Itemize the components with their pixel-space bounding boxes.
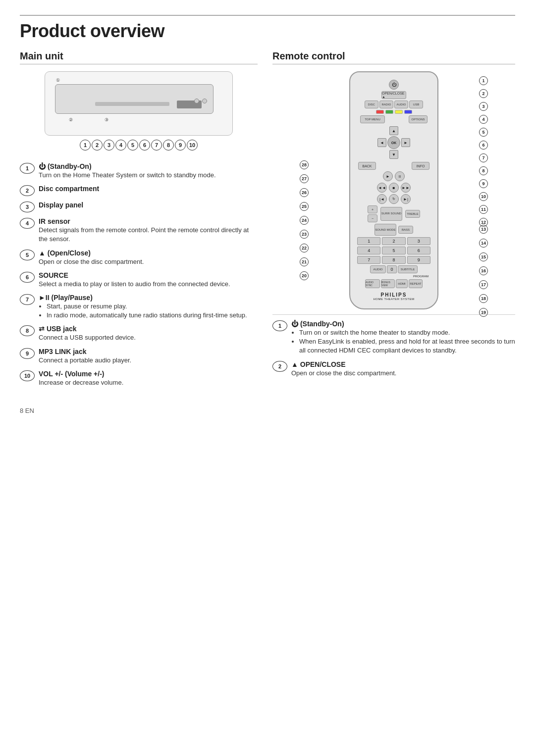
rc-item-desc-2: Open or close the disc compartment.	[291, 369, 515, 378]
unit-image-box: ① ② ③	[45, 71, 233, 136]
remote-open-btn: OPEN/CLOSE ▲	[381, 91, 406, 99]
right-column: Remote control ⏻ OPEN/CLOSE ▲ DISC RA	[272, 50, 515, 392]
side-label-13: 13	[479, 225, 488, 234]
remote-color-row	[354, 110, 433, 114]
remote-vol-col: + −	[368, 205, 377, 222]
item-label-7: ►II (Play/Pause)	[39, 294, 258, 302]
side-label-2: 2	[479, 89, 488, 98]
remote-green-btn	[385, 110, 393, 114]
remote-down-btn: ▼	[389, 150, 398, 159]
side-label-24: 24	[300, 216, 309, 225]
device-btn-2	[194, 99, 199, 103]
remote-repeat-btn: ↻	[389, 194, 399, 204]
remote-row-vol: + − SURR SOUND TREBLE	[354, 205, 433, 222]
remote-repeat-btn: REPEAT	[409, 279, 423, 288]
item-desc-9: Connect a portable audio player.	[39, 356, 258, 365]
remote-control-title: Remote control	[272, 50, 515, 64]
item-num-7: 7	[20, 294, 35, 305]
item-7: 7 ►II (Play/Pause) Start, pause or resum…	[20, 294, 258, 320]
rc-item-num-2: 2	[272, 361, 287, 372]
main-unit-diagram: ① ② ③ 1 2 3 4 5 6 7 8 9 10	[20, 71, 258, 151]
remote-num-1: 1	[357, 237, 380, 245]
remote-left-labels: 28 27 26 25 24 23 22 21 20	[300, 160, 309, 280]
item-content-9: MP3 LINK jack Connect a portable audio p…	[39, 348, 258, 365]
left-column: Main unit ① ② ③	[20, 50, 258, 392]
side-label-15: 15	[479, 252, 488, 261]
item-4: 4 IR sensor Detect signals from the remo…	[20, 217, 258, 244]
remote-bonus-btn: BONUS VIEW	[381, 279, 395, 288]
remote-num-0: 0	[387, 265, 397, 273]
remote-num-7: 7	[357, 256, 380, 264]
item-num-6: 6	[20, 272, 35, 283]
device-btn-1	[202, 99, 207, 103]
remote-num-4: 4	[357, 247, 380, 254]
item-label-4: IR sensor	[39, 217, 258, 225]
remote-options-btn: OPTIONS	[409, 115, 428, 123]
diagram-num-6: 6	[139, 140, 150, 151]
remote-brand-label: PHILIPS	[354, 292, 433, 298]
side-label-27: 27	[300, 174, 309, 183]
remote-skip-back-btn: |◄	[377, 194, 387, 204]
item-desc-8: Connect a USB supported device.	[39, 333, 258, 342]
remote-row-play: ► II	[354, 171, 433, 181]
item-content-8: ⇄ USB jack Connect a USB supported devic…	[39, 325, 258, 342]
remote-audio-btn: AUDIO	[394, 101, 408, 108]
diagram-num-5: 5	[127, 140, 138, 151]
remote-row-audio-sub: AUDIO 0 SUBTITLE	[354, 265, 433, 273]
remote-side-labels: 1 2 3 4 5 6 7 8 9 10 11 12	[479, 76, 488, 227]
item-label-9: MP3 LINK jack	[39, 348, 258, 355]
rc-item-2: 2 ▲ OPEN/CLOSE Open or close the disc co…	[272, 360, 515, 378]
device-annotation-3: ③	[105, 117, 108, 122]
side-label-28: 28	[300, 160, 309, 169]
remote-treble-btn: TREBLE	[405, 210, 420, 218]
main-unit-title: Main unit	[20, 50, 258, 64]
item-num-4: 4	[20, 218, 35, 229]
item-content-7: ►II (Play/Pause) Start, pause or resume …	[39, 294, 258, 320]
side-label-16: 16	[479, 266, 488, 275]
rc-item-content-2: ▲ OPEN/CLOSE Open or close the disc comp…	[291, 360, 515, 378]
diagram-num-7: 7	[151, 140, 162, 151]
side-label-7: 7	[479, 153, 488, 162]
side-label-14: 14	[479, 239, 488, 248]
side-label-18: 18	[479, 294, 488, 303]
diagram-num-row: 1 2 3 4 5 6 7 8 9 10	[20, 140, 258, 151]
remote-num-9: 9	[407, 256, 430, 264]
rc-item-desc-1: Turn on or switch the home theater to st…	[291, 328, 515, 355]
item-label-3: Display panel	[39, 201, 258, 209]
remote-body: ⏻ OPEN/CLOSE ▲ DISC RADIO AUDIO USB	[349, 71, 438, 309]
diagram-num-4: 4	[115, 140, 126, 151]
item-num-8: 8	[20, 325, 35, 336]
side-label-23: 23	[300, 230, 309, 239]
item-desc-4: Detect signals from the remote control. …	[39, 226, 258, 244]
diagram-num-10: 10	[187, 140, 198, 151]
rc-item-1: 1 ⏻ (Standby-On) Turn on or switch the h…	[272, 320, 515, 355]
diagram-num-1: 1	[80, 140, 91, 151]
device-slot	[95, 102, 169, 106]
remote-num-3: 3	[407, 237, 430, 245]
side-label-19: 19	[479, 308, 488, 317]
remote-subtitle-btn: SUBTITLE	[398, 265, 418, 273]
top-divider	[20, 15, 515, 16]
item-num-10: 10	[20, 370, 35, 381]
side-label-26: 26	[300, 188, 309, 197]
remote-pause-btn: II	[395, 171, 405, 181]
remote-row-back: BACK INFO	[354, 162, 433, 170]
page-container: Product overview Main unit ① ②	[0, 0, 535, 434]
remote-row-menu: TOP MENU OPTIONS	[354, 115, 433, 123]
remote-red-btn	[376, 110, 384, 114]
side-label-22: 22	[300, 244, 309, 252]
item-content-10: VOL +/- (Volume +/-) Increase or decreas…	[39, 370, 258, 387]
item-content-1: ⏻ (Standby-On) Turn on the Home Theater …	[39, 162, 258, 180]
remote-left-btn: ◄	[377, 138, 386, 147]
remote-row-power: ⏻	[354, 80, 433, 90]
main-unit-item-list: 1 ⏻ (Standby-On) Turn on the Home Theate…	[20, 162, 258, 387]
side-label-10: 10	[479, 192, 488, 201]
item-label-5: ▲ (Open/Close)	[39, 249, 258, 257]
footer: 8 EN	[20, 407, 515, 414]
remote-diagram-wrapper: ⏻ OPEN/CLOSE ▲ DISC RADIO AUDIO USB	[315, 71, 473, 309]
side-label-1: 1	[479, 76, 488, 85]
item-content-5: ▲ (Open/Close) Open or close the disc co…	[39, 249, 258, 266]
side-label-11: 11	[479, 205, 488, 214]
remote-prev-btn: ◄◄	[377, 183, 387, 193]
remote-ok-btn: OK	[387, 136, 400, 149]
